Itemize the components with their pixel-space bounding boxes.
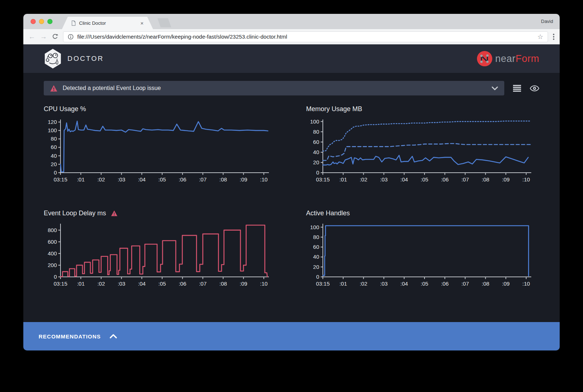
x-tick-label: :09 [502, 281, 510, 287]
browser-menu-button[interactable] [553, 34, 555, 40]
x-tick-label: :09 [240, 176, 247, 183]
nearform-wordmark: nearForm [495, 53, 539, 64]
tab-clinic-doctor[interactable]: Clinic Doctor × [62, 17, 153, 29]
refresh-icon [52, 34, 58, 40]
y-tick-label: 20 [51, 161, 57, 167]
x-tick-label: :02 [97, 281, 105, 287]
active-handles-svg: 02040608010003:15:01:02:03:04:05:06:07:0… [306, 222, 532, 291]
x-tick-label: :04 [400, 176, 408, 183]
bookmark-star-icon[interactable]: ☆ [537, 34, 543, 40]
x-tick-label: :05 [421, 281, 429, 287]
alert-row: Detected a potential Event Loop issue [44, 81, 539, 95]
y-tick-label: 80 [313, 129, 319, 135]
y-tick-label: 0 [316, 274, 319, 280]
x-tick-label: :07 [461, 281, 469, 287]
x-tick-label: 03:15 [54, 281, 67, 287]
forward-button[interactable]: → [40, 33, 47, 40]
cpu-usage-chart: CPU Usage % 02040608010012003:15:01:02:0… [44, 104, 270, 189]
y-tick-label: 20 [313, 159, 319, 165]
y-tick-label: 20 [313, 264, 319, 270]
x-tick-label: :09 [502, 176, 510, 183]
browser-toolbar: ← → file:///Users/davidclements/z/nearFo… [23, 29, 560, 44]
page-document-icon [71, 20, 76, 26]
x-tick-label: :10 [260, 176, 268, 183]
vertical-dots-icon [553, 34, 555, 40]
x-tick-label: :01 [77, 281, 85, 287]
chevron-up-icon [110, 334, 117, 338]
x-tick-label: :04 [400, 281, 408, 287]
minimize-window-button[interactable] [39, 19, 44, 24]
x-tick-label: :05 [159, 176, 166, 183]
x-tick-label: :05 [421, 176, 429, 183]
x-tick-label: 03:15 [316, 281, 330, 287]
charts-grid: CPU Usage % 02040608010012003:15:01:02:0… [23, 95, 560, 293]
doctor-brand: DOCTOR [44, 48, 104, 69]
x-tick-label: :06 [441, 281, 449, 287]
x-tick-label: :03 [118, 281, 125, 287]
y-tick-label: 60 [51, 144, 57, 150]
x-tick-label: :07 [461, 176, 469, 183]
y-tick-label: 0 [54, 274, 57, 280]
list-view-button[interactable] [513, 85, 521, 92]
refresh-button[interactable] [52, 34, 58, 40]
active-handles-plot: 02040608010003:15:01:02:03:04:05:06:07:0… [306, 222, 532, 293]
x-tick-label: :01 [77, 176, 85, 183]
cpu-usage-svg: 02040608010012003:15:01:02:03:04:05:06:0… [44, 117, 270, 187]
cpu-usage-series-cpu [60, 121, 268, 172]
memory-usage-svg: 02040608010003:15:01:02:03:04:05:06:07:0… [306, 117, 532, 187]
back-button[interactable]: ← [28, 33, 35, 40]
cpu-usage-plot: 02040608010012003:15:01:02:03:04:05:06:0… [44, 117, 270, 189]
window-controls [31, 19, 52, 24]
x-tick-label: :02 [97, 176, 105, 183]
y-tick-label: 800 [48, 227, 57, 233]
x-tick-label: 03:15 [316, 176, 330, 183]
clinic-doctor-app: DOCTOR nearForm [23, 44, 560, 350]
tab-close-icon[interactable]: × [140, 20, 144, 26]
issue-dropdown[interactable]: Detected a potential Event Loop issue [44, 81, 504, 95]
chart-title: Event Loop Delay ms [44, 209, 106, 217]
chart-title: Memory Usage MB [306, 105, 362, 113]
x-tick-label: :09 [240, 281, 247, 287]
event-loop-delay-series-delay [60, 225, 267, 277]
recommendations-label: RECOMMENDATIONS [39, 333, 101, 340]
url-field[interactable]: file:///Users/davidclements/z/nearForm/k… [63, 31, 548, 42]
chart-title: Active Handles [306, 209, 350, 217]
browser-window: Clinic Doctor × David ← → [23, 14, 560, 350]
x-tick-label: :08 [482, 176, 489, 183]
zoom-window-button[interactable] [47, 19, 52, 24]
y-tick-label: 80 [313, 234, 319, 240]
nearform-logo-icon [477, 51, 493, 67]
x-tick-label: :08 [482, 281, 489, 287]
memory-usage-series-heap-used [323, 155, 528, 165]
x-tick-label: 03:15 [54, 176, 67, 183]
profile-name[interactable]: David [541, 19, 553, 24]
close-window-button[interactable] [31, 19, 36, 24]
page-info-icon[interactable] [68, 34, 74, 40]
chart-title: CPU Usage % [44, 105, 86, 113]
recommendations-bar[interactable]: RECOMMENDATIONS [23, 322, 560, 350]
menu-lines-icon [513, 85, 521, 92]
y-tick-label: 60 [313, 244, 319, 250]
x-tick-label: :03 [380, 176, 388, 183]
y-tick-label: 60 [313, 139, 319, 145]
event-loop-delay-plot: 020040060080003:15:01:02:03:04:05:06:07:… [44, 222, 270, 293]
app-title: DOCTOR [67, 55, 104, 63]
browser-tab-strip: Clinic Doctor × David [23, 14, 560, 29]
warning-icon [111, 210, 118, 216]
visibility-button[interactable] [530, 85, 539, 91]
y-tick-label: 0 [316, 169, 319, 176]
new-tab-button[interactable] [157, 18, 171, 27]
y-tick-label: 40 [313, 149, 319, 155]
y-tick-label: 100 [48, 127, 57, 133]
doctor-logo-icon [44, 48, 62, 69]
tab-title: Clinic Doctor [79, 20, 137, 26]
eye-icon [530, 85, 539, 91]
y-tick-label: 600 [48, 239, 57, 245]
x-tick-label: :01 [339, 176, 347, 183]
memory-usage-chart: Memory Usage MB 02040608010003:15:01:02:… [306, 104, 532, 189]
y-tick-label: 40 [51, 153, 57, 159]
x-tick-label: :04 [138, 281, 146, 287]
x-tick-label: :07 [199, 281, 207, 287]
x-tick-label: :03 [118, 176, 125, 183]
y-tick-label: 80 [51, 136, 57, 142]
